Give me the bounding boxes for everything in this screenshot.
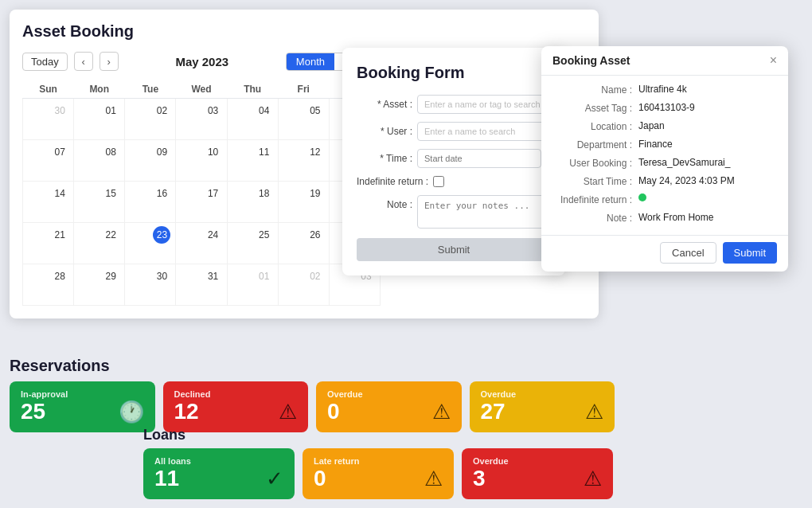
stat-card-overdue-loans[interactable]: Overdue 3 ⚠	[462, 448, 613, 499]
calendar-day[interactable]: 21	[23, 223, 74, 264]
calendar-day[interactable]: 02	[278, 264, 329, 306]
calendar-day[interactable]: 31	[176, 264, 227, 306]
stat-label-overdue1: Overdue	[327, 389, 451, 399]
next-month-button[interactable]: ›	[100, 52, 119, 71]
reservations-stats-row: In-approval 25 🕐 Declined 12 ⚠ Overdue 0…	[10, 381, 615, 432]
warning-icon-overdue1: ⚠	[432, 400, 451, 424]
calendar-day[interactable]: 24	[176, 223, 227, 264]
asset-input[interactable]	[417, 95, 551, 114]
app-title: Asset Booking	[22, 22, 586, 41]
stat-value-all-loans: 11	[154, 466, 283, 491]
stat-value-late-return: 0	[314, 466, 443, 491]
indefinite-checkbox[interactable]	[433, 176, 444, 187]
calendar-day[interactable]: 01	[74, 99, 125, 140]
dialog-label-indefinite: Indefinite return :	[552, 193, 632, 205]
calendar-day[interactable]: 26	[278, 223, 329, 264]
reservations-section: Reservations In-approval 25 🕐 Declined 1…	[10, 357, 615, 432]
indefinite-row: Indefinite return :	[357, 176, 551, 187]
calendar-day[interactable]: 19	[278, 182, 329, 223]
day-number: 08	[102, 143, 119, 161]
day-number: 04	[256, 102, 273, 119]
day-number: 01	[102, 102, 119, 119]
dialog-value-user-booking: Teresa_DevSamurai_	[638, 157, 777, 168]
dialog-submit-button[interactable]: Submit	[723, 242, 777, 264]
note-row: Note :	[357, 195, 551, 229]
calendar-day[interactable]: 12	[278, 140, 329, 182]
stat-card-overdue1[interactable]: Overdue 0 ⚠	[316, 381, 462, 432]
calendar-day[interactable]: 22	[74, 223, 125, 264]
calendar-day[interactable]: 29	[74, 264, 125, 306]
calendar-day[interactable]: 30	[125, 264, 176, 306]
day-number: 24	[205, 226, 222, 244]
dialog-row-name: Name : Ultrafine 4k	[552, 84, 777, 96]
dialog-row-department: Department : Finance	[552, 139, 777, 150]
calendar-day[interactable]: 25	[227, 223, 278, 264]
calendar-day[interactable]: 02	[125, 99, 176, 140]
day-number: 05	[306, 102, 324, 119]
day-number: 28	[51, 268, 68, 285]
booking-asset-dialog: Booking Asset × Name : Ultrafine 4k Asse…	[541, 46, 788, 272]
dialog-label-location: Location :	[552, 120, 632, 132]
indefinite-label: Indefinite return :	[357, 176, 428, 187]
calendar-grid: Sun Mon Tue Wed Thu Fri Sat 300102030405…	[22, 80, 381, 306]
day-number: 21	[51, 226, 68, 244]
calendar-day[interactable]: 04	[227, 99, 278, 140]
today-button[interactable]: Today	[22, 53, 68, 71]
day-number: 11	[256, 143, 273, 161]
dialog-cancel-button[interactable]: Cancel	[660, 242, 716, 264]
stat-card-all-loans[interactable]: All loans 11 ✓	[143, 448, 295, 499]
prev-month-button[interactable]: ‹	[74, 52, 93, 71]
day-number: 31	[205, 268, 222, 285]
dialog-value-start-time: May 24, 2023 4:03 PM	[638, 175, 777, 186]
stat-card-declined[interactable]: Declined 12 ⚠	[163, 381, 309, 432]
day-number: 15	[102, 185, 119, 202]
calendar-header: Today ‹ › May 2023 Month Week	[22, 52, 381, 71]
asset-label: * Asset :	[357, 99, 412, 110]
start-date-input[interactable]	[417, 149, 541, 168]
month-view-button[interactable]: Month	[287, 53, 334, 70]
calendar-day[interactable]: 18	[227, 182, 278, 223]
dialog-close-button[interactable]: ×	[770, 54, 777, 67]
calendar-day[interactable]: 09	[125, 140, 176, 182]
day-number: 09	[153, 143, 170, 161]
stat-label-late-return: Late return	[314, 456, 443, 466]
dialog-body: Name : Ultrafine 4k Asset Tag : 16041310…	[541, 76, 788, 235]
calendar-day[interactable]: 16	[125, 182, 176, 223]
day-header-fri: Fri	[278, 80, 329, 99]
calendar-day[interactable]: 01	[227, 264, 278, 306]
calendar-day[interactable]: 17	[176, 182, 227, 223]
stat-card-overdue2[interactable]: Overdue 27 ⚠	[470, 381, 615, 432]
note-input[interactable]	[417, 195, 551, 229]
dialog-label-asset-tag: Asset Tag :	[552, 102, 632, 114]
calendar-day[interactable]: 08	[74, 140, 125, 182]
calendar-day[interactable]: 07	[23, 140, 74, 182]
calendar-day[interactable]: 10	[176, 140, 227, 182]
asset-row: * Asset :	[357, 95, 551, 114]
day-number: 30	[51, 102, 68, 119]
calendar-day[interactable]: 05	[278, 99, 329, 140]
day-number: 29	[102, 268, 119, 285]
calendar-day[interactable]: 03	[176, 99, 227, 140]
day-header-wed: Wed	[176, 80, 227, 99]
calendar-day[interactable]: 30	[23, 99, 74, 140]
reservations-title: Reservations	[10, 357, 615, 375]
calendar-day[interactable]: 11	[227, 140, 278, 182]
dialog-row-indefinite: Indefinite return :	[552, 193, 777, 205]
day-number: 22	[102, 226, 119, 244]
dialog-label-department: Department :	[552, 139, 632, 150]
user-input[interactable]	[417, 122, 551, 141]
calendar-day[interactable]: 15	[74, 182, 125, 223]
calendar-day[interactable]: 28	[23, 264, 74, 306]
stat-label-all-loans: All loans	[154, 456, 283, 466]
form-submit-button[interactable]: Submit	[357, 238, 551, 261]
dialog-footer: Cancel Submit	[541, 235, 788, 272]
calendar-day[interactable]: 23	[125, 223, 176, 264]
day-number: 17	[205, 185, 222, 202]
user-row: * User :	[357, 122, 551, 141]
stat-label-declined: Declined	[174, 389, 298, 399]
stat-card-in-approval[interactable]: In-approval 25 🕐	[10, 381, 155, 432]
stat-card-late-return[interactable]: Late return 0 ⚠	[303, 448, 454, 499]
calendar-day[interactable]: 14	[23, 182, 74, 223]
dialog-row-start-time: Start Time : May 24, 2023 4:03 PM	[552, 175, 777, 187]
dialog-header: Booking Asset ×	[541, 46, 788, 76]
